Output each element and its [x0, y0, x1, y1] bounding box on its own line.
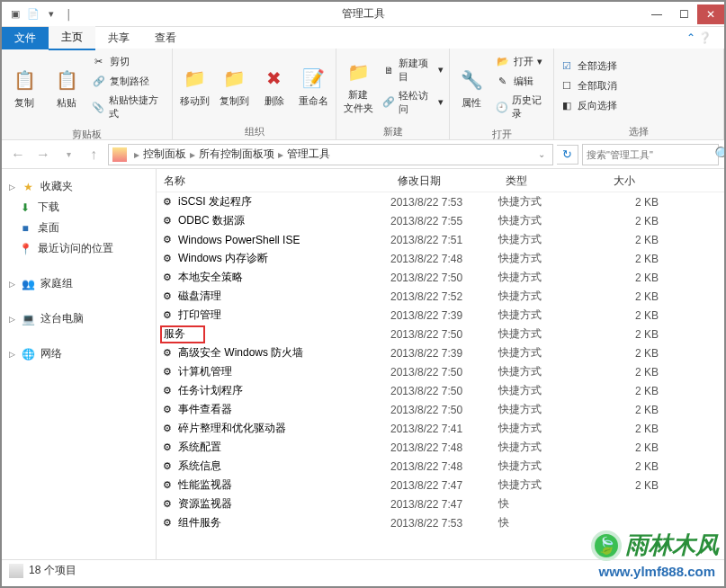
watermark-logo-icon: 🍃 [591, 530, 622, 561]
history-button[interactable]: 🕘历史记录 [494, 92, 550, 122]
file-row[interactable]: ⚙系统信息2013/8/22 7:48快捷方式2 KB [157, 457, 724, 476]
shortcut-icon: ⚙ [160, 497, 175, 512]
file-row[interactable]: ⚙本地安全策略2013/8/22 7:50快捷方式2 KB [157, 268, 724, 287]
downloads-icon: ⬇ [18, 200, 32, 215]
group-clipboard-label: 剪贴板 [2, 126, 172, 142]
rename-button[interactable]: 📝重命名 [296, 62, 332, 110]
delete-icon: ✖ [260, 64, 289, 93]
file-row[interactable]: ⚙Windows PowerShell ISE2013/8/22 7:51快捷方… [157, 230, 724, 249]
homegroup-icon: 👥 [21, 277, 35, 291]
back-button[interactable]: ← [7, 144, 29, 165]
shortcut-icon: ⚙ [160, 384, 175, 398]
cut-button[interactable]: ✂剪切 [90, 52, 168, 70]
crumb-control-panel[interactable]: 控制面板 [143, 147, 186, 162]
paste-shortcut-button[interactable]: 📎粘贴快捷方式 [90, 92, 168, 122]
selectall-button[interactable]: ☑全部选择 [558, 58, 619, 76]
shortcut-icon: ⚙ [160, 441, 175, 455]
open-button[interactable]: 📂打开 ▾ [494, 52, 550, 70]
moveto-icon: 📁 [180, 64, 209, 93]
history-icon: 🕘 [496, 100, 508, 114]
selectnone-icon: ☐ [560, 79, 574, 94]
col-header-size[interactable]: 大小 [606, 169, 724, 192]
sidebar-network[interactable]: ▷🌐网络 [5, 343, 152, 364]
qat-props-icon[interactable]: ▣ [7, 6, 23, 22]
file-row[interactable]: ⚙磁盘清理2013/8/22 7:52快捷方式2 KB [157, 287, 724, 306]
shortcut-icon: ⚙ [160, 403, 175, 417]
col-header-name[interactable]: 名称 [157, 169, 390, 192]
newfolder-icon: 📁 [344, 58, 372, 86]
file-row[interactable]: ⚙ODBC 数据源2013/8/22 7:55快捷方式2 KB [157, 211, 724, 230]
minimize-button[interactable]: — [643, 4, 670, 24]
maximize-button[interactable]: ☐ [670, 4, 697, 24]
breadcrumb[interactable]: ▸ 控制面板 ▸ 所有控制面板项 ▸ 管理工具 ⌄ [108, 144, 553, 165]
copy-path-button[interactable]: 🔗复制路径 [90, 72, 168, 90]
col-header-date[interactable]: 修改日期 [390, 169, 498, 192]
file-row[interactable]: ⚙系统配置2013/8/22 7:48快捷方式2 KB [157, 438, 724, 457]
navigation-pane: ▷★收藏夹 ⬇下载 ■桌面 📍最近访问的位置 ▷👥家庭组 ▷💻这台电脑 ▷🌐网络 [2, 169, 157, 559]
watermark-text: 雨林木风 [625, 530, 719, 561]
edit-button[interactable]: ✎编辑 [494, 72, 550, 90]
newitem-button[interactable]: 🗎新建项目 ▾ [381, 55, 445, 85]
qat-sep: │ [61, 6, 77, 22]
delete-button[interactable]: ✖删除 [256, 62, 292, 110]
file-row[interactable]: ⚙Windows 内存诊断2013/8/22 7:48快捷方式2 KB [157, 249, 724, 268]
tab-share[interactable]: 共享 [95, 27, 142, 49]
tab-file[interactable]: 文件 [2, 27, 49, 49]
qat-overflow-icon[interactable]: ▾ [43, 6, 59, 22]
sidebar-recent[interactable]: 📍最近访问的位置 [5, 238, 152, 259]
shortcut-icon: ⚙ [160, 516, 175, 530]
paste-button[interactable]: 📋粘贴 [48, 64, 86, 111]
file-row[interactable]: ⚙打印管理2013/8/22 7:39快捷方式2 KB [157, 306, 724, 325]
tab-home[interactable]: 主页 [49, 26, 95, 50]
invert-button[interactable]: ◧反向选择 [558, 97, 619, 115]
sidebar-desktop[interactable]: ■桌面 [5, 218, 152, 238]
file-row[interactable]: ⚙任务计划程序2013/8/22 7:50快捷方式2 KB [157, 381, 724, 400]
shortcut-icon: ⚙ [160, 365, 175, 379]
easyaccess-button[interactable]: 🔗轻松访问 ▾ [381, 87, 445, 118]
ribbon-tabs: 文件 主页 共享 查看 ⌃ ❔ [2, 27, 724, 49]
recent-dropdown[interactable]: ▾ [58, 144, 79, 165]
sidebar-downloads[interactable]: ⬇下载 [5, 197, 152, 218]
file-row[interactable]: ⚙性能监视器2013/8/22 7:47快捷方式2 KB [157, 476, 724, 494]
crumb-admin-tools[interactable]: 管理工具 [287, 147, 330, 162]
breadcrumb-dropdown[interactable]: ⌄ [534, 149, 549, 159]
paste-icon: 📋 [52, 66, 81, 94]
crumb-all-items[interactable]: 所有控制面板项 [199, 147, 274, 162]
properties-button[interactable]: 🔧属性 [453, 64, 490, 111]
newfolder-button[interactable]: 📁新建 文件夹 [340, 56, 377, 117]
file-row[interactable]: 服务2013/8/22 7:50快捷方式2 KB [157, 325, 724, 343]
props-icon: 🔧 [457, 66, 486, 94]
group-open-label: 打开 [450, 126, 553, 142]
file-row[interactable]: ⚙事件查看器2013/8/22 7:50快捷方式2 KB [157, 400, 724, 419]
copyto-button[interactable]: 📁复制到 [216, 62, 252, 110]
search-box[interactable]: 🔍 [582, 144, 719, 165]
shortcut-icon: ⚙ [160, 459, 175, 474]
file-row[interactable]: ⚙碎片整理和优化驱动器2013/8/22 7:41快捷方式2 KB [157, 419, 724, 438]
sidebar-homegroup[interactable]: ▷👥家庭组 [5, 273, 152, 294]
file-row[interactable]: ⚙高级安全 Windows 防火墙2013/8/22 7:39快捷方式2 KB [157, 343, 724, 362]
close-button[interactable]: ✕ [697, 4, 724, 24]
selectall-icon: ☑ [560, 59, 574, 74]
forward-button[interactable]: → [32, 144, 54, 165]
qat-explorer-icon[interactable]: 📄 [25, 6, 41, 22]
tab-view[interactable]: 查看 [142, 27, 189, 49]
file-row[interactable]: ⚙iSCSI 发起程序2013/8/22 7:53快捷方式2 KB [157, 192, 724, 211]
up-button[interactable]: ↑ [83, 144, 104, 165]
file-row[interactable]: ⚙计算机管理2013/8/22 7:50快捷方式2 KB [157, 362, 724, 381]
search-input[interactable] [583, 149, 714, 160]
copy-button[interactable]: 📋复制 [5, 64, 44, 111]
moveto-button[interactable]: 📁移动到 [176, 62, 212, 110]
selectnone-button[interactable]: ☐全部取消 [558, 77, 619, 95]
shortcut-icon: ⚙ [160, 290, 175, 304]
search-icon[interactable]: 🔍 [714, 146, 726, 163]
ribbon-help-button[interactable]: ⌃ ❔ [674, 28, 724, 48]
file-row[interactable]: ⚙资源监视器2013/8/22 7:47快 [157, 494, 724, 513]
file-list[interactable]: ⚙iSCSI 发起程序2013/8/22 7:53快捷方式2 KB⚙ODBC 数… [157, 192, 724, 559]
shortcut-icon: ⚙ [160, 346, 175, 361]
window-title: 管理工具 [83, 6, 643, 22]
sidebar-thispc[interactable]: ▷💻这台电脑 [5, 308, 152, 329]
group-select-label: 选择 [554, 123, 723, 139]
col-header-type[interactable]: 类型 [498, 169, 606, 192]
refresh-button[interactable]: ↻ [557, 145, 578, 165]
sidebar-favorites[interactable]: ▷★收藏夹 [5, 176, 152, 197]
